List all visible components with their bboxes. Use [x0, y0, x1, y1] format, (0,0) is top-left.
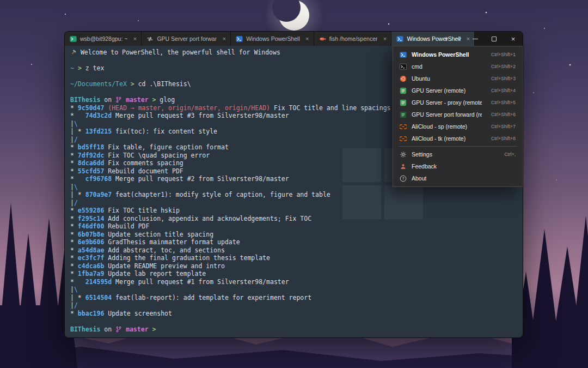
terminal-line: * e559286 Fix TOC title hskip [70, 207, 519, 215]
terminal-line: |/ [70, 301, 519, 310]
terminal-line: |/ [70, 199, 519, 207]
terminal-line: |\ [70, 286, 519, 294]
menu-item-shortcut: Ctrl+Shift+6 [487, 112, 516, 117]
terminal-content: Welcome to PowerShell, the powerful shel… [65, 46, 523, 337]
about-icon: ? [400, 175, 407, 182]
powershell-icon [236, 35, 243, 43]
server-green-icon [400, 87, 407, 94]
tab-strip: wsb@bit928gpu: ~×GPU Server port forwar×… [65, 32, 439, 46]
terminal-line [70, 317, 519, 325]
remote-terminal-icon [70, 35, 77, 43]
server-dark-icon [400, 111, 407, 118]
tab-fish-home-spencer[interactable]: fish /home/spencer× [314, 32, 392, 46]
menu-item-shortcut: Ctrl+Shift+8 [487, 136, 516, 141]
svg-text:?: ? [402, 176, 405, 180]
branch-icon [115, 96, 122, 103]
menu-separator [399, 146, 517, 147]
menu-item-shortcut: Ctrl+Shift+5 [487, 100, 516, 105]
tab-label: GPU Server port forwar [157, 35, 217, 42]
minimize-button[interactable] [465, 32, 485, 46]
menu-item-cmd[interactable]: cmdCtrl+Shift+2 [393, 61, 522, 73]
alicloud-icon [400, 123, 407, 130]
terminal-line: * 6b07b8e Update section title spacing [70, 231, 519, 239]
menu-item-shortcut: Ctrl+Shift+2 [487, 64, 516, 69]
port-forward-icon [146, 35, 154, 43]
menu-item-label: AliCloud - sp (remote) [412, 123, 467, 130]
tab-label: Windows PowerShell [246, 35, 300, 42]
terminal-line: | * 6514504 feat(lab-report): add templa… [70, 294, 519, 302]
tab-close-button[interactable]: × [381, 35, 389, 43]
menu-item-windows-powershell[interactable]: Windows PowerShellCtrl+Shift+1 [393, 49, 522, 61]
tab-close-button[interactable]: × [303, 35, 311, 43]
menu-item-label: AliCloud - tk (remote) [412, 135, 465, 142]
menu-item-about[interactable]: ?About [393, 172, 522, 184]
ubuntu-icon [400, 75, 407, 82]
menu-item-shortcut: Ctrl+Shift+1 [487, 52, 516, 57]
menu-item-shortcut: Ctrl+, [500, 152, 516, 157]
menu-item-gpu-server-remote[interactable]: GPU Server (remote)Ctrl+Shift+4 [393, 85, 522, 96]
tab-close-button[interactable]: × [220, 35, 228, 43]
maximize-button[interactable] [485, 32, 504, 46]
powershell-icon [396, 35, 403, 43]
menu-item-label: Windows PowerShell [412, 51, 469, 58]
server-green-icon [400, 99, 407, 106]
fish-icon [319, 35, 326, 43]
tab-dropdown-button[interactable] [452, 32, 465, 46]
terminal-line: BIThesis on master > [70, 325, 519, 334]
menu-item-label: GPU Server (remote) [412, 87, 465, 94]
menu-item-label: Feedback [412, 163, 437, 170]
tab-wsb-bit928gpu[interactable]: wsb@bit928gpu: ~× [65, 32, 142, 46]
powershell-icon [400, 51, 407, 58]
terminal-line: * ec3fc7f Adding the final graduation th… [70, 254, 519, 262]
menu-item-ubuntu[interactable]: UbuntuCtrl+Shift+3 [393, 73, 522, 85]
feedback-icon [400, 163, 407, 170]
menu-item-gpu-server-port-forward-remote[interactable]: GPU Server port forward (remote)Ctrl+Shi… [393, 108, 522, 120]
menu-item-gpu-server-proxy-remote[interactable]: GPU Server - proxy (remote)Ctrl+Shift+5 [393, 96, 522, 108]
terminal-line: * 1fba7a9 Update lab report template [70, 270, 519, 278]
terminal-line: * f46df00 Rebuild PDF [70, 222, 519, 231]
alicloud-icon [400, 135, 407, 142]
menu-item-feedback[interactable]: Feedback [393, 160, 522, 172]
menu-item-label: About [412, 175, 426, 182]
terminal-line: * f295c14 Add conclusion, appendix and a… [70, 215, 519, 223]
hammer-icon [70, 49, 77, 56]
menu-item-label: Settings [412, 151, 432, 158]
terminal-line: * 6e9b606 GradThesis mainmatter format u… [70, 238, 519, 246]
terminal-line: * c4dca6b Update README preview and intr… [70, 262, 519, 270]
tab-label: fish /home/spencer [329, 35, 378, 42]
menu-item-shortcut: Ctrl+Shift+4 [487, 88, 516, 93]
profile-dropdown-menu: Windows PowerShellCtrl+Shift+1cmdCtrl+Sh… [393, 46, 523, 187]
branch-icon [115, 326, 122, 333]
menu-item-alicloud-sp-remote[interactable]: AliCloud - sp (remote)Ctrl+Shift+7 [393, 120, 522, 132]
tab-gpu-server-port-forwar[interactable]: GPU Server port forwar× [142, 32, 231, 46]
gear-icon [400, 151, 407, 158]
menu-item-label: cmd [412, 63, 422, 70]
menu-item-label: GPU Server - proxy (remote) [412, 99, 482, 106]
terminal-line: | * 870a9e7 feat(chapter1): modify style… [70, 191, 519, 199]
menu-item-settings[interactable]: SettingsCtrl+, [393, 148, 522, 160]
window-controls: × [465, 32, 523, 46]
terminal-line: * a54d8ae Add abstract, toc, and section… [70, 246, 519, 255]
menu-item-alicloud-tk-remote[interactable]: AliCloud - tk (remote)Ctrl+Shift+8 [393, 132, 522, 144]
tab-windows-powershell[interactable]: Windows PowerShell× [231, 32, 314, 46]
menu-item-shortcut: Ctrl+Shift+3 [487, 76, 516, 81]
maximize-icon [492, 37, 497, 41]
cmd-icon [400, 63, 407, 70]
close-window-button[interactable]: × [504, 32, 523, 46]
tab-label: wsb@bit928gpu: ~ [80, 35, 127, 42]
menu-item-label: GPU Server port forward (remote) [412, 111, 482, 118]
chevron-down-icon [457, 35, 461, 40]
menu-item-shortcut: Ctrl+Shift+7 [487, 124, 516, 129]
tab-close-button[interactable]: × [131, 35, 139, 43]
terminal-window: wsb@bit928gpu: ~×GPU Server port forwar×… [64, 31, 523, 338]
terminal-line: * 214595d Merge pull request #1 from Sil… [70, 278, 519, 286]
minimize-icon [473, 39, 478, 39]
terminal-line: * bbac196 Update screenshot [70, 310, 519, 318]
new-tab-button[interactable]: + [439, 32, 452, 46]
menu-item-label: Ubuntu [412, 75, 430, 82]
tab-bar: wsb@bit928gpu: ~×GPU Server port forwar×… [65, 32, 523, 46]
